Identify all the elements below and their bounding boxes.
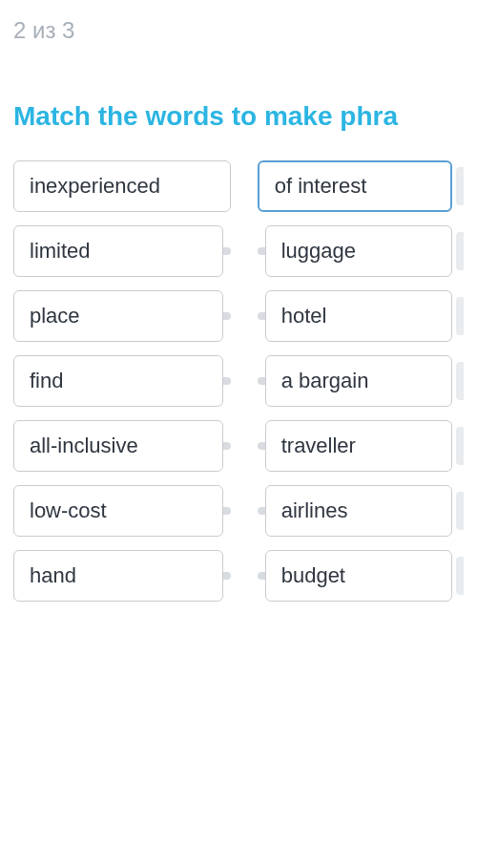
connector-icon	[223, 572, 231, 580]
word-card-right[interactable]: a bargain	[265, 355, 452, 407]
connector-icon	[223, 442, 231, 450]
connector-icon	[223, 312, 231, 320]
word-label: luggage	[281, 239, 356, 264]
right-row: luggage	[258, 225, 464, 277]
left-row: limited	[13, 225, 231, 277]
word-card-left[interactable]: place	[13, 290, 223, 342]
connector-icon	[223, 247, 231, 255]
connector-icon	[223, 377, 231, 385]
word-label: hotel	[281, 304, 327, 328]
word-card-right[interactable]: hotel	[265, 290, 452, 342]
left-row: place	[13, 290, 231, 342]
connector-icon	[223, 507, 231, 515]
word-label: airlines	[281, 498, 348, 523]
word-label: traveller	[281, 434, 356, 458]
right-row: a bargain	[258, 355, 464, 407]
right-row: airlines	[258, 485, 464, 537]
word-card-left[interactable]: inexperienced	[13, 160, 231, 212]
word-card-left[interactable]: low-cost	[13, 485, 223, 537]
right-row: traveller	[258, 420, 464, 472]
word-card-left[interactable]: find	[13, 355, 223, 407]
right-column: of interest luggage hotel a bargain trav…	[258, 160, 464, 602]
connector-icon	[258, 442, 265, 450]
word-label: place	[30, 304, 80, 328]
left-row: low-cost	[13, 485, 231, 537]
drag-handle-icon[interactable]	[456, 232, 464, 270]
progress-indicator: 2 из 3	[0, 0, 477, 44]
right-row: of interest	[258, 160, 464, 212]
connector-icon	[258, 572, 265, 580]
left-row: find	[13, 355, 231, 407]
drag-handle-icon[interactable]	[456, 167, 464, 205]
word-label: all-inclusive	[30, 434, 138, 458]
connector-icon	[258, 247, 265, 255]
word-label: hand	[30, 563, 76, 588]
word-card-right[interactable]: luggage	[265, 225, 452, 277]
word-label: find	[30, 369, 63, 393]
drag-handle-icon[interactable]	[456, 427, 464, 465]
connector-icon	[258, 312, 265, 320]
left-row: all-inclusive	[13, 420, 231, 472]
right-row: budget	[258, 550, 464, 602]
word-card-right[interactable]: of interest	[258, 160, 452, 212]
left-row: hand	[13, 550, 231, 602]
word-card-left[interactable]: hand	[13, 550, 223, 602]
drag-handle-icon[interactable]	[456, 297, 464, 335]
word-card-left[interactable]: all-inclusive	[13, 420, 223, 472]
word-label: a bargain	[281, 369, 369, 393]
connector-icon	[258, 507, 265, 515]
connector-icon	[258, 377, 265, 385]
word-card-right[interactable]: budget	[265, 550, 452, 602]
word-label: limited	[30, 239, 91, 264]
drag-handle-icon[interactable]	[456, 557, 464, 595]
word-label: of interest	[275, 174, 367, 199]
word-card-right[interactable]: airlines	[265, 485, 452, 537]
word-label: budget	[281, 563, 345, 588]
drag-handle-icon[interactable]	[456, 362, 464, 400]
left-row: inexperienced	[13, 160, 231, 212]
word-label: low-cost	[30, 498, 107, 523]
word-card-right[interactable]: traveller	[265, 420, 452, 472]
drag-handle-icon[interactable]	[456, 492, 464, 530]
word-card-left[interactable]: limited	[13, 225, 223, 277]
word-label: inexperienced	[30, 174, 160, 199]
right-row: hotel	[258, 290, 464, 342]
exercise-title: Match the words to make phra	[0, 44, 477, 160]
left-column: inexperienced limited place find all-inc…	[13, 160, 231, 602]
matching-columns: inexperienced limited place find all-inc…	[0, 160, 477, 602]
